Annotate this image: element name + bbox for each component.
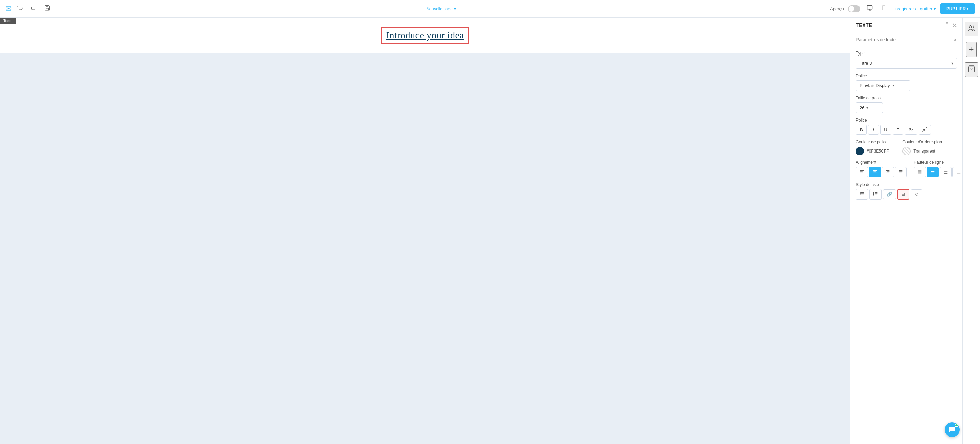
align-buttons-row [856,167,907,177]
panel-header: TEXTE ✕ [850,18,962,33]
style-label: Police [856,118,957,123]
size-chevron-icon: ▾ [866,105,869,110]
color-row: Couleur de police #0F3E5CFF Couleur d'ar… [856,140,957,155]
apercu-label: Aperçu [830,6,844,11]
list-ordered-button[interactable]: 123 [869,189,882,200]
style-buttons-row: B I U T X2 X2 [856,125,957,135]
hauteur-col: Hauteur de ligne [914,160,962,177]
color-swatch[interactable] [856,147,864,155]
subscript-button[interactable]: X2 [905,125,917,135]
size-select-wrapper[interactable]: 26 ▾ [856,102,883,113]
svg-point-44 [969,26,972,28]
police-label: Police [856,73,957,78]
strikethrough-button[interactable]: T [892,125,904,135]
main-layout: Texte Introduce your idea TEXTE ✕ Paramè… [0,18,980,444]
svg-rect-0 [867,5,872,9]
undo-button[interactable] [15,3,25,14]
superscript-button[interactable]: X2 [919,125,931,135]
canvas-area: Texte Introduce your idea [0,18,850,444]
list-style-section: Style de liste 123 🔗 ⊞ ☺ [856,182,957,205]
style-field-group: Police B I U T X2 X2 [856,118,957,135]
list-special-button[interactable]: ⊞ [897,189,909,200]
type-label: Type [856,51,957,56]
panel-title: TEXTE [856,22,872,28]
publier-button[interactable]: PUBLIER › [940,3,975,14]
align-center-button[interactable] [869,167,881,177]
topbar-left: ✉ [5,3,52,14]
panel-header-icons: ✕ [944,22,957,29]
panel-close-button[interactable]: ✕ [953,22,957,29]
desktop-device-button[interactable] [864,3,875,14]
page-dropdown-chevron: ▾ [454,6,456,11]
params-chevron[interactable]: ∧ [954,37,957,42]
type-field-group: Type Titre 1 Titre 2 Titre 3 Titre 4 Par… [856,51,957,69]
add-element-button[interactable]: + [966,42,976,57]
align-hauteur-row: Alignement [856,160,957,177]
page-dropdown-button[interactable]: Nouvelle page ▾ [426,6,456,11]
bg-color-swatch[interactable] [902,147,911,155]
alignement-col: Alignement [856,160,907,177]
underline-button[interactable]: U [880,125,891,135]
couleur-bg-label: Couleur d'arrière-plan [902,140,942,144]
svg-text:3: 3 [873,195,874,196]
hauteur-label: Hauteur de ligne [914,160,962,165]
list-style-buttons-row: 123 🔗 ⊞ ☺ [856,189,957,200]
params-header: Paramètres de texte ∧ [856,33,957,46]
params-section: Paramètres de texte ∧ Type Titre 1 Titre… [850,33,962,205]
align-right-button[interactable] [882,167,894,177]
mail-logo-icon: ✉ [5,5,11,13]
couleur-police-label: Couleur de police [856,140,889,144]
taille-label: Taille de police [856,96,957,101]
taille-field-group: Taille de police 26 ▾ [856,96,957,113]
type-select[interactable]: Titre 1 Titre 2 Titre 3 Titre 4 Paragrap… [856,57,957,69]
font-value: Playfair Display [859,83,890,88]
svg-point-36 [860,194,860,194]
style-liste-label: Style de liste [856,182,957,187]
hauteur-loose-button[interactable] [940,167,952,177]
color-hex-text: #0F3E5CFF [867,149,889,153]
couleur-police-group: Couleur de police #0F3E5CFF [856,140,889,155]
list-emoji-button[interactable]: ☺ [911,189,923,199]
save-icon-button[interactable] [42,3,52,14]
list-unordered-button[interactable] [856,189,868,200]
align-left-button[interactable] [856,167,868,177]
list-link-button[interactable]: 🔗 [883,189,896,199]
cart-button[interactable] [965,62,978,77]
italic-button[interactable]: I [868,125,879,135]
hauteur-compact-button[interactable] [914,167,926,177]
users-panel-button[interactable] [965,22,978,37]
type-select-wrapper: Titre 1 Titre 2 Titre 3 Titre 4 Paragrap… [856,57,957,69]
enregistrer-button[interactable]: Enregistrer et quitter ▾ [892,6,936,11]
topbar-center: Nouvelle page ▾ [56,6,826,11]
topbar: ✉ Nouvelle page ▾ Aperçu Enregistrer et … [0,0,980,18]
apercu-toggle[interactable] [848,5,860,12]
hauteur-normal-button[interactable] [927,167,939,177]
svg-point-37 [860,195,860,195]
alignement-label: Alignement [856,160,907,165]
align-justify-button[interactable] [894,167,907,177]
svg-rect-3 [882,6,885,10]
couleur-bg-group: Couleur d'arrière-plan Transparent [902,140,942,155]
text-block[interactable]: Introduce your idea [0,18,850,53]
far-right-panel: + [962,18,980,444]
page-container: Introduce your idea [0,18,850,53]
size-value: 26 [859,105,864,110]
couleur-bg-value-row: Transparent [902,147,942,155]
hauteur-buttons-row [914,167,962,177]
chat-bubble[interactable] [945,422,959,437]
bg-color-text: Transparent [913,149,935,153]
texte-tab: Texte [0,18,16,24]
panel-pin-button[interactable] [944,22,950,29]
font-select-wrapper[interactable]: Playfair Display ▾ [856,80,910,91]
main-heading-text[interactable]: Introduce your idea [386,30,464,40]
redo-button[interactable] [29,3,39,14]
bold-button[interactable]: B [856,125,867,135]
enregistrer-label: Enregistrer et quitter [892,6,932,11]
selected-text-wrapper: Introduce your idea [382,27,469,43]
hauteur-very-loose-button[interactable] [953,167,962,177]
mobile-device-button[interactable] [879,3,888,14]
toggle-knob [849,6,854,11]
police-field-group: Police Playfair Display ▾ [856,73,957,91]
svg-point-5 [946,22,948,24]
page-dropdown-label: Nouvelle page [426,6,453,11]
